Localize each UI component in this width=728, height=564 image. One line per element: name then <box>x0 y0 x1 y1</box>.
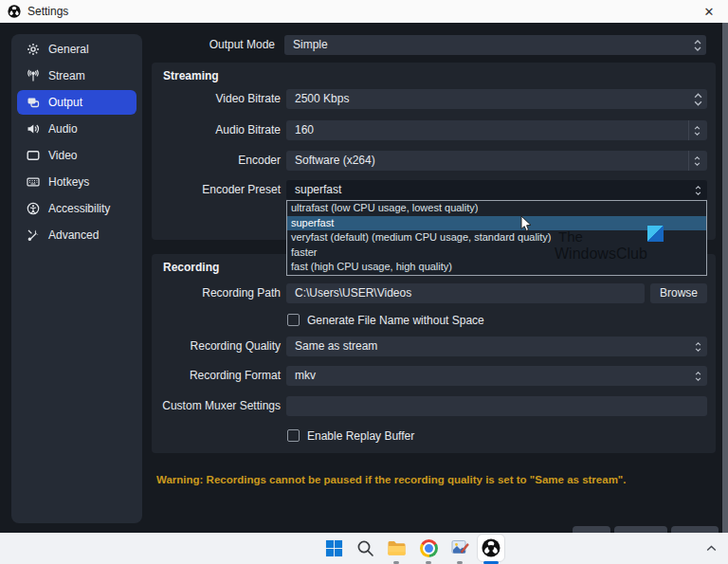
recording-quality-select[interactable]: Same as stream <box>286 337 707 356</box>
spinner-arrows-icon[interactable] <box>691 337 705 356</box>
dropdown-option-ultrafast[interactable]: ultrafast (low CPU usage, lowest quality… <box>287 201 706 216</box>
sidebar-item-hotkeys[interactable]: Hotkeys <box>17 170 136 194</box>
recording-path-input[interactable]: C:\Users\USER\Videos <box>286 283 645 303</box>
video-icon <box>27 149 40 162</box>
custom-muxer-input[interactable] <box>286 396 707 416</box>
dropdown-option-superfast[interactable]: superfast <box>287 216 706 231</box>
dropdown-option-faster[interactable]: faster <box>287 246 706 261</box>
audio-bitrate-label: Audio Bitrate <box>152 120 281 140</box>
sidebar-item-label: Stream <box>48 69 85 82</box>
custom-muxer-label: Custom Muxer Settings <box>152 396 281 416</box>
sidebar-item-label: Video <box>48 149 77 162</box>
browse-button[interactable]: Browse <box>650 283 707 303</box>
advanced-icon <box>27 228 40 242</box>
sidebar-item-label: Accessibility <box>48 202 110 215</box>
chrome-icon[interactable] <box>415 535 442 561</box>
gear-icon <box>27 43 40 56</box>
window-right-edge <box>722 23 728 533</box>
encoder-label: Encoder <box>152 151 281 171</box>
output-icon <box>27 96 40 109</box>
sidebar-item-audio[interactable]: Audio <box>17 117 136 141</box>
recording-quality-label: Recording Quality <box>152 337 281 356</box>
encoder-preset-select[interactable]: superfast <box>286 180 707 200</box>
chrome-icon-center <box>423 542 435 555</box>
bottom-button-stub[interactable] <box>671 526 719 533</box>
sidebar-item-label: Audio <box>48 122 78 136</box>
sidebar-item-label: Hotkeys <box>48 175 89 189</box>
sidebar-item-stream[interactable]: Stream <box>17 64 136 88</box>
enable-replay-buffer-label: Enable Replay Buffer <box>307 429 414 443</box>
sidebar-item-video[interactable]: Video <box>17 143 136 168</box>
running-indicator <box>426 561 431 564</box>
chrome-icon-ring <box>420 539 438 557</box>
chevron-up-icon[interactable] <box>698 535 724 561</box>
obs-icon[interactable] <box>477 534 505 562</box>
obs-settings-screen: Settings ✕ General Stream Output Audio <box>0 0 728 564</box>
running-indicator <box>457 561 463 564</box>
dropdown-option-veryfast[interactable]: veryfast (default) (medium CPU usage, st… <box>287 230 706 246</box>
spinner-arrows-icon[interactable] <box>691 366 705 386</box>
spinner-arrows-icon[interactable] <box>691 180 705 200</box>
windows-start-icon[interactable] <box>320 535 347 561</box>
audio-icon <box>27 122 40 136</box>
windowsclub-logo-icon <box>647 226 664 242</box>
encoder-select[interactable]: Software (x264) <box>286 151 707 171</box>
running-indicator <box>393 561 399 564</box>
enable-replay-buffer-checkbox[interactable] <box>287 429 300 442</box>
sidebar-item-general[interactable]: General <box>17 37 136 62</box>
hotkeys-icon <box>27 175 40 189</box>
spinner-arrows-icon[interactable] <box>688 151 705 171</box>
window-titlebar: Settings ✕ <box>0 0 728 23</box>
generate-filename-checkbox[interactable] <box>287 314 300 326</box>
output-mode-select[interactable]: Simple <box>284 35 706 55</box>
obs-logo-icon <box>8 5 21 18</box>
dropdown-option-fast[interactable]: fast (high CPU usage, high quality) <box>287 260 706 275</box>
paint-icon[interactable] <box>446 535 473 561</box>
stream-icon <box>27 69 40 82</box>
recording-path-label: Recording Path <box>152 283 281 303</box>
recording-header: Recording <box>163 261 219 274</box>
spinner-arrows-icon[interactable] <box>688 120 705 140</box>
sidebar-item-advanced[interactable]: Advanced <box>17 223 136 247</box>
video-bitrate-label: Video Bitrate <box>152 89 281 109</box>
close-icon[interactable]: ✕ <box>696 0 722 23</box>
sidebar-item-label: Advanced <box>48 228 99 242</box>
sidebar-item-label: Output <box>48 96 82 109</box>
sidebar-item-output[interactable]: Output <box>17 90 136 115</box>
windows-taskbar <box>0 533 728 564</box>
audio-bitrate-select[interactable]: 160 <box>286 120 707 140</box>
output-mode-label: Output Mode <box>152 35 275 55</box>
encoder-preset-dropdown: ultrafast (low CPU usage, lowest quality… <box>286 200 707 276</box>
recording-section: Recording Recording Path C:\Users\USER\V… <box>152 254 716 453</box>
video-bitrate-spinner[interactable]: 2500 Kbps <box>286 89 707 109</box>
streaming-header: Streaming <box>163 69 219 82</box>
recording-format-label: Recording Format <box>152 366 281 386</box>
settings-window-body: General Stream Output Audio Video Hotkey… <box>0 23 728 533</box>
bottom-button-stub[interactable] <box>573 526 610 533</box>
encoder-preset-label: Encoder Preset <box>152 180 281 200</box>
search-icon[interactable] <box>352 535 378 561</box>
warning-text: Warning: Recordings cannot be paused if … <box>156 474 627 485</box>
window-title: Settings <box>27 5 68 18</box>
accessibility-icon <box>27 202 40 215</box>
settings-sidebar: General Stream Output Audio Video Hotkey… <box>11 34 142 523</box>
sidebar-item-label: General <box>48 43 89 56</box>
recording-format-select[interactable]: mkv <box>286 366 707 386</box>
spinner-arrows-icon[interactable] <box>690 35 704 55</box>
sidebar-item-accessibility[interactable]: Accessibility <box>17 196 136 221</box>
generate-filename-label: Generate File Name without Space <box>307 314 484 327</box>
bottom-button-stub[interactable] <box>614 526 667 533</box>
spinner-arrows-icon[interactable] <box>691 89 705 109</box>
file-explorer-icon[interactable] <box>383 535 410 561</box>
